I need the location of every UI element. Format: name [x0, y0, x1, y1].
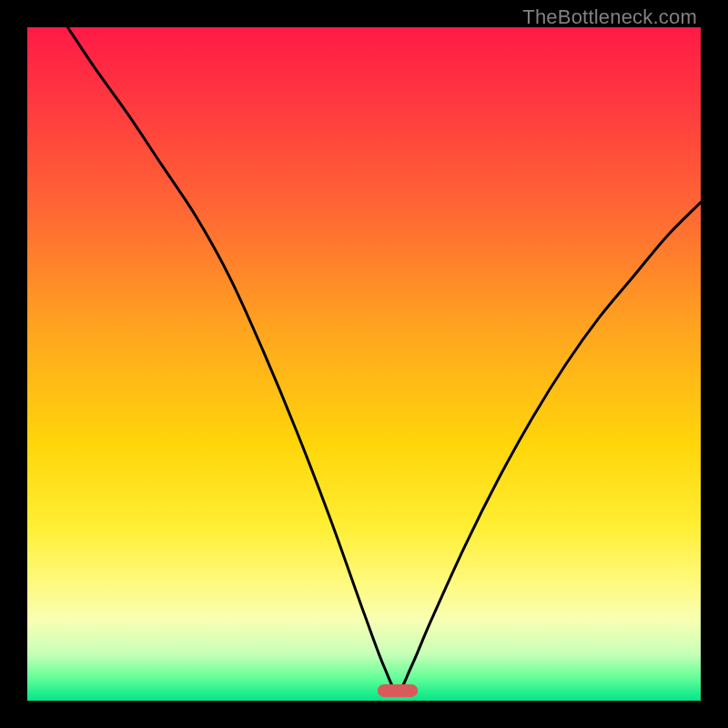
plot-area [27, 27, 701, 701]
bottleneck-curve [27, 27, 701, 701]
svg-rect-1 [378, 684, 418, 697]
chart-frame: TheBottleneck.com [0, 0, 728, 728]
watermark-text: TheBottleneck.com [522, 5, 697, 29]
